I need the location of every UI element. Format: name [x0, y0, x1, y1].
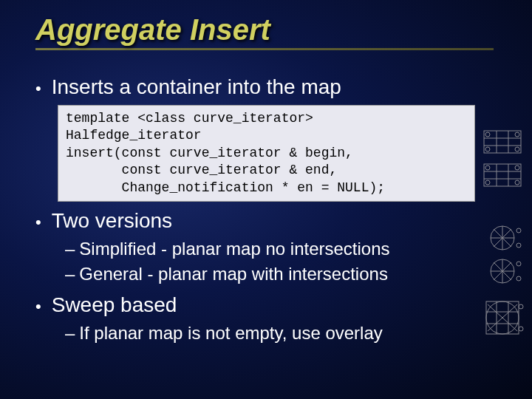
subbullet-text: Simplified - planar map no intersections	[79, 239, 389, 259]
bullet-text: Sweep based	[52, 293, 177, 317]
subbullet-text: If planar map is not empty, use overlay	[79, 323, 382, 343]
subbullet-text: General - planar map with intersections	[79, 264, 388, 284]
svg-point-23	[516, 228, 521, 233]
subbullet-overlay: –If planar map is not empty, use overlay	[65, 323, 497, 344]
svg-point-6	[515, 132, 519, 137]
bullet-text: Two versions	[52, 209, 172, 233]
diagram-circle-grid-icon	[480, 296, 525, 347]
svg-point-30	[516, 262, 521, 266]
svg-point-8	[515, 147, 519, 151]
bullet-dot-icon: •	[35, 214, 41, 231]
code-block: template <class curve_iterator> Halfedge…	[58, 105, 475, 202]
dash-icon: –	[65, 239, 75, 259]
svg-point-14	[485, 166, 490, 170]
title-region: Aggregate Insert	[0, 0, 532, 58]
svg-point-16	[485, 180, 490, 185]
bullet-sweep-based: • Sweep based	[35, 293, 497, 317]
dash-icon: –	[65, 264, 75, 284]
bullet-dot-icon: •	[35, 299, 41, 315]
bullet-text: Inserts a container into the map	[52, 75, 341, 99]
bullet-inserts-container: • Inserts a container into the map	[35, 75, 497, 99]
bullet-dot-icon: •	[35, 81, 41, 97]
svg-point-31	[516, 276, 521, 281]
dash-icon: –	[65, 323, 75, 343]
svg-point-15	[515, 166, 519, 170]
diagram-circles-icon	[480, 223, 525, 290]
svg-point-17	[515, 180, 519, 185]
slide-content: • Inserts a container into the map templ…	[0, 58, 532, 344]
svg-point-40	[519, 304, 523, 309]
svg-point-24	[516, 243, 521, 248]
bullet-two-versions: • Two versions	[35, 209, 497, 233]
svg-point-5	[485, 132, 490, 137]
subbullet-general: –General - planar map with intersections	[65, 264, 497, 284]
title-underline	[35, 48, 494, 50]
subbullet-simplified: –Simplified - planar map no intersection…	[65, 239, 497, 259]
svg-point-7	[485, 147, 490, 151]
svg-point-41	[519, 327, 523, 331]
diagram-grid-icon	[480, 127, 525, 194]
slide-title: Aggregate Insert	[35, 13, 532, 47]
